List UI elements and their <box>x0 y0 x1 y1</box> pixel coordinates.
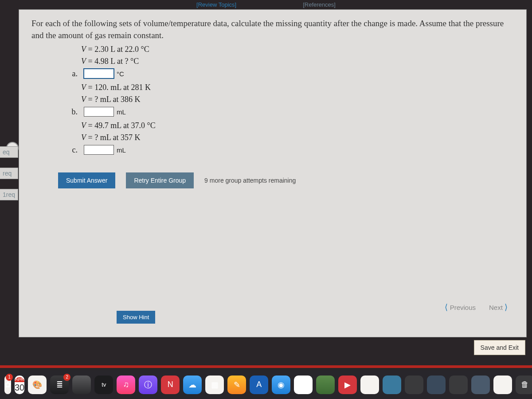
news-icon[interactable]: N <box>161 376 180 394</box>
finder-icon[interactable] <box>360 376 379 394</box>
reminders-badge: 2 <box>63 374 70 381</box>
photos-icon[interactable]: ✿ 1 <box>4 376 11 394</box>
xcode-icon[interactable] <box>471 376 490 394</box>
next-link[interactable]: Next ⟩ <box>489 302 508 312</box>
c-given-1: V = 49.7 mL at 37.0 °C <box>81 121 514 130</box>
appletv-icon[interactable]: tv <box>94 376 113 394</box>
numbers-icon[interactable]: ▦ <box>205 376 224 394</box>
submit-answer-button[interactable]: Submit Answer <box>58 172 115 188</box>
b-given-2: V = ? mL at 386 K <box>81 95 514 104</box>
youtube-icon[interactable]: ▶ <box>338 376 357 394</box>
answer-row-b: b. mL <box>81 107 514 117</box>
left-tab-req[interactable]: req <box>0 168 18 179</box>
music-icon[interactable]: ♫ <box>117 376 135 394</box>
window-accent-bar <box>0 365 532 368</box>
action-button-row: Submit Answer Retry Entire Group 9 more … <box>58 172 514 188</box>
nav-row: ⟨ Previous Next ⟩ <box>445 302 508 312</box>
chevron-right-icon: ⟩ <box>505 303 508 312</box>
photos-badge: 1 <box>6 374 13 381</box>
b-given-1: V = 120. mL at 281 K <box>81 83 514 92</box>
calendar-month: APR <box>15 377 24 382</box>
vscode-icon[interactable] <box>427 376 446 394</box>
safari-icon[interactable]: ◉ <box>272 376 290 394</box>
settings-icon[interactable] <box>449 376 468 394</box>
blank-icon[interactable] <box>72 376 91 394</box>
below-panel-row: Save and Exit <box>19 340 525 355</box>
answer-input-c[interactable] <box>84 145 114 155</box>
calendar-day: 30 <box>15 382 24 392</box>
weather-icon[interactable]: ☁ <box>183 376 202 394</box>
answer-input-a[interactable] <box>84 69 114 78</box>
appletv-label: tv <box>102 381 106 388</box>
show-hint-button[interactable]: Show Hint <box>117 311 155 324</box>
reminders-icon[interactable]: ≣2 <box>50 376 69 394</box>
previous-link[interactable]: ⟨ Previous <box>445 302 476 312</box>
top-links-bar: [Review Topics] [References] <box>0 0 532 9</box>
references-link[interactable]: [References] <box>303 1 336 8</box>
unit-b: mL <box>117 108 126 116</box>
chrome-icon[interactable] <box>294 376 313 394</box>
a-given-2: V = 4.98 L at ? °C <box>81 57 514 66</box>
answer-row-c: c. mL <box>81 145 514 155</box>
answer-row-a: a. °C <box>81 69 514 78</box>
left-tab-1req[interactable]: 1req <box>0 189 18 200</box>
notes-icon[interactable] <box>493 376 512 394</box>
answer-input-b[interactable] <box>84 107 114 117</box>
c-given-2: V = ? mL at 357 K <box>81 133 514 142</box>
a-given-1: V = 2.30 L at 22.0 °C <box>81 45 514 54</box>
appstore-icon[interactable]: A <box>250 376 268 394</box>
label-a: a. <box>68 69 78 78</box>
unit-c: mL <box>117 146 126 154</box>
attempts-remaining-text: 9 more group attempts remaining <box>204 177 296 184</box>
podcasts-icon[interactable]: ⓘ <box>139 376 157 394</box>
review-topics-link[interactable]: [Review Topics] <box>196 1 236 8</box>
gradescope-icon[interactable] <box>383 376 401 394</box>
macos-dock: ✿ 1 APR 30 🎨≣2tv♫ⓘN☁▦✎A◉▶🗑 <box>0 370 532 399</box>
terminal-icon[interactable] <box>405 376 423 394</box>
calendar-icon[interactable]: APR 30 <box>15 376 24 394</box>
pages-icon[interactable]: ✎ <box>227 376 246 394</box>
question-prompt: For each of the following sets of volume… <box>31 18 514 41</box>
question-panel: For each of the following sets of volume… <box>19 9 527 337</box>
unit-a: °C <box>117 70 124 78</box>
left-tab-eq[interactable]: eq <box>0 146 18 158</box>
label-c: c. <box>68 145 78 155</box>
label-b: b. <box>68 107 78 117</box>
save-and-exit-button[interactable]: Save and Exit <box>474 340 525 355</box>
trash-icon[interactable]: 🗑 <box>516 376 532 394</box>
facetime-icon[interactable] <box>316 376 335 394</box>
problem-block: V = 2.30 L at 22.0 °C V = 4.98 L at ? °C… <box>81 45 514 155</box>
photos-icon[interactable]: 🎨 <box>28 376 47 394</box>
retry-group-button[interactable]: Retry Entire Group <box>126 172 194 188</box>
chevron-left-icon: ⟨ <box>445 303 448 312</box>
flower-icon: ✿ <box>4 380 11 390</box>
left-tabs: eq req 1req <box>0 146 18 200</box>
